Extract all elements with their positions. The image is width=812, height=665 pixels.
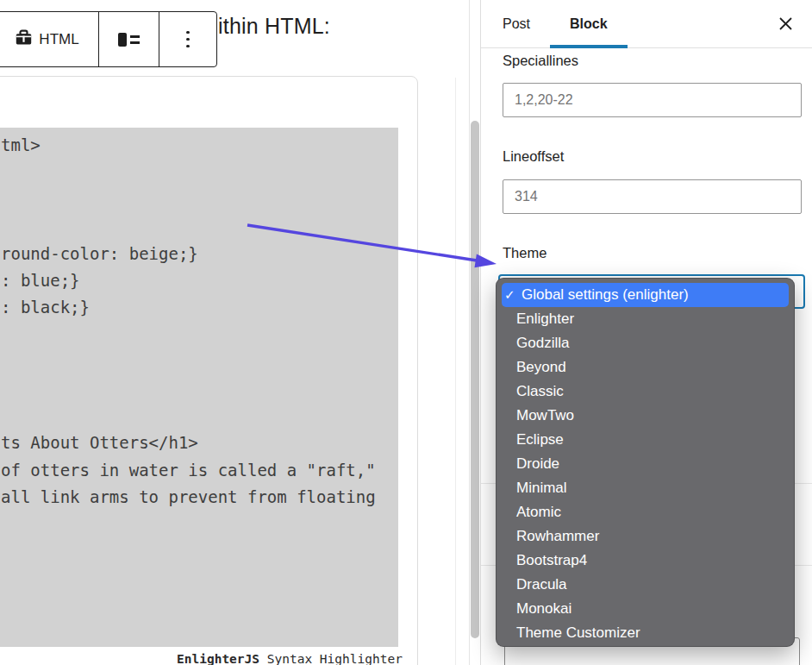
theme-option[interactable]: Beyond [497, 355, 794, 380]
theme-option-label: Dracula [516, 576, 567, 593]
theme-option[interactable]: Godzilla [497, 331, 794, 355]
theme-option[interactable]: Minimal [497, 476, 794, 500]
block-toolbar: HTML [0, 11, 217, 67]
checkmark-icon: ✓ [504, 287, 522, 303]
theme-option[interactable]: Droide [497, 452, 794, 476]
theme-option-label: Bootstrap4 [516, 552, 587, 569]
block-options-button[interactable] [159, 12, 216, 66]
theme-option-label: Eclipse [516, 431, 564, 449]
theme-option[interactable]: Theme Customizer [497, 621, 794, 645]
close-sidebar-button[interactable] [776, 14, 795, 33]
html-block-type-button[interactable]: HTML [0, 12, 98, 66]
theme-option-label: Classic [516, 383, 564, 400]
block-caption: EnlighterJS Syntax Highlighter [177, 652, 403, 665]
theme-option-label: Global settings (enlighter) [522, 286, 689, 304]
page-heading: ithin HTML: [218, 14, 330, 39]
theme-option[interactable]: Eclipse [497, 428, 794, 452]
block-switcher-icon [118, 33, 140, 47]
theme-option[interactable]: Dracula [497, 573, 794, 597]
sidebar-tabs: Post Block [481, 0, 812, 48]
theme-option[interactable]: Rowhammer [497, 524, 794, 549]
theme-option[interactable]: MowTwo [497, 404, 794, 428]
html-button-label: HTML [39, 31, 78, 48]
tab-post[interactable]: Post [483, 0, 550, 48]
theme-option-label: Beyond [516, 359, 566, 376]
lineoffset-label: Lineoffset [503, 148, 564, 165]
tab-block[interactable]: Block [550, 0, 628, 48]
code-text[interactable]: tml> round-color: beige;} : blue;} : bla… [1, 132, 376, 511]
theme-option-label: Enlighter [516, 311, 574, 328]
vertical-scrollbar-thumb[interactable] [471, 121, 479, 638]
theme-option-label: Minimal [516, 480, 567, 497]
caption-brand: EnlighterJS [177, 652, 259, 665]
theme-option-label: Atomic [516, 504, 561, 521]
theme-option-label: MowTwo [516, 407, 574, 424]
speciallines-input[interactable] [503, 83, 802, 117]
theme-option-label: Monokai [516, 600, 572, 618]
theme-option-label: Rowhammer [516, 528, 599, 545]
theme-option[interactable]: Classic [497, 380, 794, 404]
theme-option[interactable]: ✓Global settings (enlighter) [502, 283, 789, 307]
theme-option[interactable]: Bootstrap4 [497, 549, 794, 573]
theme-option-label: Theme Customizer [516, 624, 640, 642]
theme-option[interactable]: Enlighter [497, 307, 794, 331]
theme-label: Theme [503, 245, 547, 261]
theme-option[interactable]: Atomic [497, 500, 794, 524]
speciallines-label: Speciallines [503, 53, 578, 69]
close-icon [778, 16, 794, 32]
caption-rest: Syntax Highlighter [259, 652, 403, 665]
editor-edge-line [455, 78, 456, 665]
scrollbar-track-line [469, 0, 470, 665]
theme-option[interactable]: Monokai [497, 597, 794, 621]
toolbox-icon [15, 28, 33, 50]
theme-option-label: Godzilla [516, 335, 569, 352]
theme-dropdown-menu: ✓Global settings (enlighter)EnlighterGod… [496, 278, 795, 647]
block-switcher-button[interactable] [98, 12, 159, 66]
options-kebab-icon [186, 31, 190, 48]
lineoffset-input[interactable] [503, 179, 802, 214]
theme-option-label: Droide [516, 455, 559, 473]
